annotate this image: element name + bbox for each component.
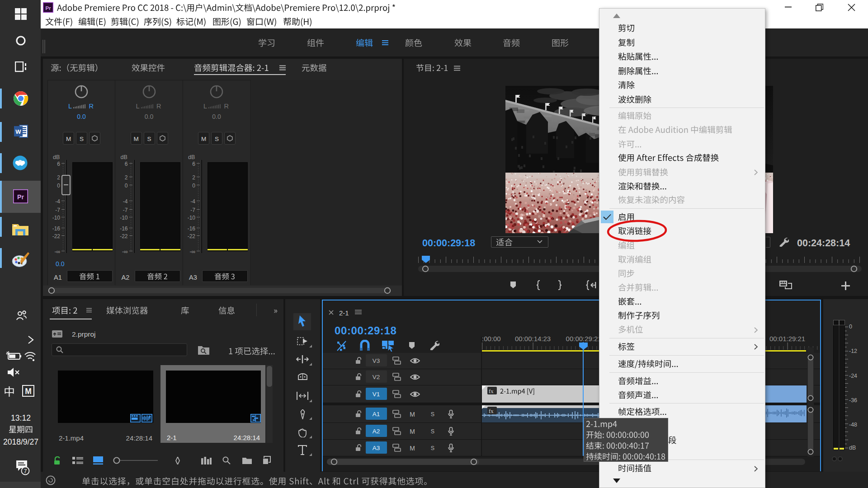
svg-text:M: M	[25, 387, 32, 396]
svg-text:7: 7	[24, 468, 27, 474]
svg-text:W: W	[15, 128, 21, 135]
svg-text:Pr: Pr	[45, 5, 51, 11]
svg-text:Pr: Pr	[17, 193, 24, 201]
